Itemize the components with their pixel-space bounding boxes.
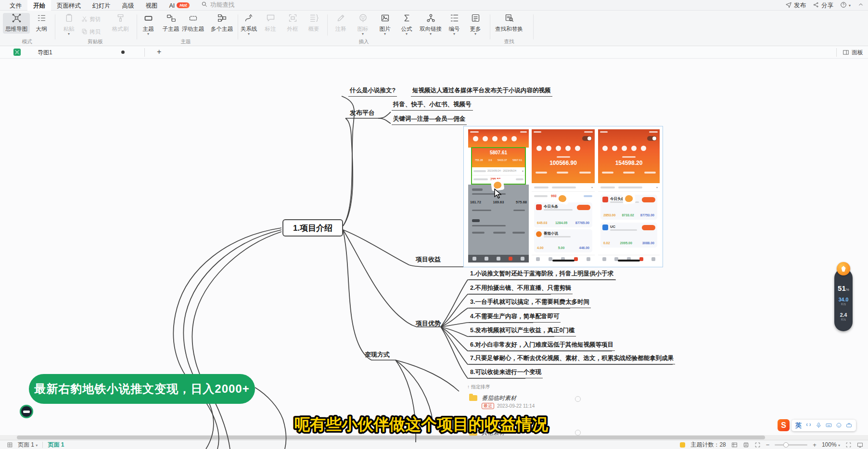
menu-bar: 文件 开始 页面样式 幻灯片 高级 视图 AI Hot 功能查找 发布 分享 ▾: [0, 0, 868, 11]
horizontal-scrollbar[interactable]: [0, 435, 868, 440]
format-painter-button[interactable]: 格式刷: [107, 13, 134, 33]
sogou-logo-icon[interactable]: S: [778, 419, 790, 431]
tab-file[interactable]: 文件: [4, 0, 27, 11]
node-platform[interactable]: 发布平台: [350, 109, 375, 117]
node-advantage-4[interactable]: 4.不需要生产内容，简单配音即可: [469, 312, 561, 323]
topic-count-icon: [680, 442, 685, 448]
node-advantage-8[interactable]: 8.可以收徒来进行一个变现: [469, 368, 543, 378]
numbering-button[interactable]: 编号 ▾: [444, 13, 465, 36]
microphone-icon[interactable]: [816, 422, 822, 428]
page-dropdown[interactable]: 页面 1 ▾: [18, 441, 38, 449]
relation-line-button[interactable]: 关系线 ▾: [237, 13, 261, 36]
node-platform-flow[interactable]: 关键词—注册—会员—佣金: [392, 115, 467, 125]
callout-button[interactable]: 标注: [260, 13, 281, 33]
fit-screen-icon[interactable]: [754, 442, 761, 448]
ime-language-toggle[interactable]: 英: [795, 421, 802, 430]
node-advantage[interactable]: 项目优势: [416, 319, 441, 328]
select-circle[interactable]: [575, 430, 581, 436]
floating-topic-button[interactable]: 浮动主题: [179, 13, 207, 33]
outline-mode-button[interactable]: 大纲: [30, 13, 53, 33]
chevron-down-icon: ▾: [396, 33, 417, 36]
page-overview-icon[interactable]: [7, 442, 13, 448]
ime-toolbar[interactable]: S 英: [778, 419, 856, 431]
zoom-in-button[interactable]: +: [813, 441, 817, 449]
copy-button[interactable]: 拷贝: [81, 28, 101, 36]
select-circle[interactable]: [575, 396, 581, 402]
node-advantage-5[interactable]: 5.发布视频就可以产生收益，真正0门槛: [469, 326, 576, 337]
help-button[interactable]: ▾: [840, 1, 851, 10]
floating-topic-icon: [188, 16, 198, 25]
layout-view-icon[interactable]: [731, 442, 738, 448]
folder-row[interactable]: 其他素材: [482, 429, 505, 437]
zoom-slider-knob[interactable]: [783, 442, 789, 448]
collapse-ribbon-icon[interactable]: [857, 1, 864, 10]
toolbox-icon[interactable]: [846, 422, 852, 428]
bidirectional-link-button[interactable]: 双向链接 ▾: [417, 13, 445, 36]
node-root[interactable]: 最新右豹地铁小说推文变现，日入2000+: [29, 374, 255, 404]
formula-button[interactable]: 公式 ▾: [396, 13, 417, 36]
multi-topic-button[interactable]: 多个主题: [208, 13, 236, 33]
add-sheet-button[interactable]: +: [157, 48, 161, 56]
tab-page-style[interactable]: 页面样式: [51, 0, 87, 11]
search-icon: [201, 1, 208, 9]
panel-toggle[interactable]: 面板: [836, 48, 863, 57]
outer-frame-button[interactable]: 外框: [282, 13, 303, 33]
chevron-down-icon: ▾: [138, 33, 159, 36]
group-label-insert: 插入: [359, 38, 369, 45]
save-view-icon[interactable]: [743, 442, 749, 448]
comment-button[interactable]: 注释: [330, 13, 351, 33]
folder-icon: [469, 430, 477, 436]
monitor-badge-icon: [837, 262, 850, 275]
node-advantage-7[interactable]: 7.只要足够耐心，不断去优化视频、素材、选文，积累实战经验都能拿到成果: [469, 354, 675, 364]
sort-dropdown[interactable]: ↑ 指定排序: [467, 384, 490, 390]
node-what-is[interactable]: 什么是小说推文?: [348, 87, 397, 97]
tab-home[interactable]: 开始: [27, 0, 51, 11]
tab-ai[interactable]: AI: [164, 0, 176, 11]
node-platform-apps[interactable]: 抖音、快手、小红书、视频号: [392, 100, 473, 111]
keyboard-icon[interactable]: [826, 422, 832, 428]
active-page-tab[interactable]: 页面 1: [48, 441, 64, 449]
node-income[interactable]: 项目收益: [416, 255, 441, 264]
zoom-slider[interactable]: [775, 444, 807, 446]
scrollbar-thumb[interactable]: [17, 436, 765, 439]
publish-button[interactable]: 发布: [785, 1, 806, 10]
find-replace-button[interactable]: 查找和替换: [492, 13, 526, 33]
feature-search[interactable]: 功能查找: [201, 1, 234, 9]
tab-advanced[interactable]: 高级: [116, 0, 140, 11]
tiger-sticker-icon: [622, 192, 636, 205]
node-monetize[interactable]: 变现方式: [365, 350, 390, 359]
cut-button[interactable]: 剪切: [81, 15, 101, 24]
punctuation-icon[interactable]: [805, 422, 812, 428]
node-what-desc[interactable]: 短视频达人通过各媒体平台发布关于小说内容的视频: [411, 87, 552, 97]
relation-line-icon: [244, 16, 254, 25]
image-icon: [380, 16, 390, 25]
tab-view[interactable]: 视图: [140, 0, 164, 11]
node-advantage-3[interactable]: 3.一台手机就可以搞定，不需要耗费太多时间: [469, 298, 591, 308]
paste-icon: [64, 16, 74, 25]
presentation-icon[interactable]: [857, 442, 863, 448]
topic-button[interactable]: 主题 ▾: [138, 13, 159, 36]
node-center[interactable]: 1.项目介绍: [282, 219, 343, 237]
more-button[interactable]: 更多 ▾: [465, 13, 486, 36]
insert-image-button[interactable]: 图片 ▾: [374, 13, 396, 36]
sheet-tab[interactable]: 导图1: [38, 49, 52, 57]
share-button[interactable]: 分享: [813, 1, 833, 10]
folder-row[interactable]: 番茄临时素材: [482, 394, 516, 402]
smiley-icon: [358, 16, 368, 25]
zoom-level[interactable]: 100% ▾: [822, 441, 840, 448]
status-bar: 页面 1 ▾ 页面 1 主题计数：28 − + 100% ▾: [0, 440, 868, 449]
node-advantage-2[interactable]: 2.不用拍摄出镜、不用直播、只需剪辑: [469, 284, 573, 294]
paste-button[interactable]: 粘贴 ▾: [58, 13, 80, 36]
mindmap-mode-button[interactable]: 思维导图: [3, 13, 30, 34]
speed-monitor-widget[interactable]: 51% 34.0 K/s 2.4 K/s: [834, 262, 853, 332]
summary-button[interactable]: 概要: [303, 13, 324, 33]
node-advantage-1[interactable]: 1.小说推文暂时还处于蓝海阶段，抖音上明显供小于求: [469, 270, 615, 280]
emoji-icon[interactable]: [836, 422, 842, 428]
insert-icon-button[interactable]: 图标 ▾: [352, 13, 373, 36]
node-advantage-6[interactable]: 6.对小白非常友好，入门难度远低于其他短视频等项目: [469, 341, 615, 351]
ribbon: 思维导图 大纲 模式 粘贴 ▾ 剪切 拷贝 格式刷 剪贴板 主题: [0, 11, 868, 46]
fullscreen-icon[interactable]: [845, 442, 852, 448]
tab-slides[interactable]: 幻灯片: [87, 0, 116, 11]
assistant-avatar[interactable]: [20, 405, 33, 418]
zoom-out-button[interactable]: −: [766, 441, 770, 449]
